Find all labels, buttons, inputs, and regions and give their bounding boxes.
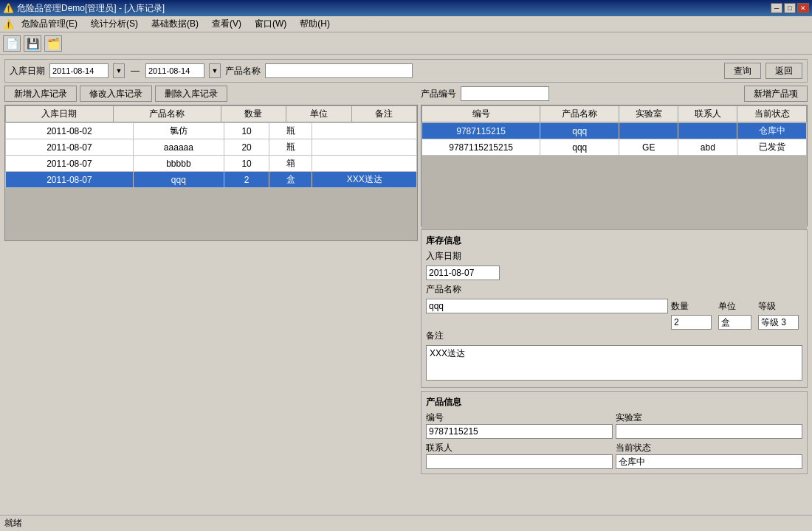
- rcell-status: 已发货: [737, 139, 807, 156]
- cell-qty: 20: [224, 139, 269, 156]
- right-table-scroll[interactable]: 9787115215 qqq 仓库中 9787115215215 qqq GE …: [422, 122, 807, 229]
- date-label: 入库日期: [10, 65, 45, 77]
- col-qty: 数量: [221, 106, 286, 122]
- left-table-scroll[interactable]: 2011-08-02 氯仿 10 瓶 2011-08-07 aaaaaa 20 …: [5, 122, 417, 240]
- cell-date: 2011-08-07: [6, 139, 134, 156]
- left-panel: 新增入库记录 修改入库记录 删除入库记录 入库日期 产品名称 数量 单位 备注: [4, 86, 418, 510]
- cell-name: bbbbb: [133, 156, 224, 172]
- col-date: 入库日期: [6, 106, 114, 122]
- table-row[interactable]: 2011-08-07 qqq 2 盒 XXX送达: [6, 172, 417, 188]
- col-name: 产品名称: [113, 106, 221, 122]
- cell-qty: 10: [224, 156, 269, 172]
- stock-qty-label: 数量: [671, 300, 715, 313]
- status-text: 就绪: [4, 517, 22, 530]
- cell-name: 氯仿: [133, 123, 224, 139]
- date-from-picker-btn[interactable]: ▼: [113, 63, 125, 78]
- cell-date: 2011-08-02: [6, 123, 134, 139]
- stock-name-label: 产品名称: [426, 283, 461, 296]
- rcell-name: qqq: [540, 139, 619, 156]
- left-table: 入库日期 产品名称 数量 单位 备注: [5, 105, 417, 122]
- stock-grade-label: 等级: [758, 300, 802, 313]
- product-name-label: 产品名称: [225, 65, 261, 77]
- product-code-label: 产品编号: [421, 88, 456, 100]
- stock-date-input[interactable]: [426, 266, 500, 280]
- stock-name-input[interactable]: [426, 299, 668, 313]
- app-icon: ⚠️: [3, 19, 14, 30]
- date-dash: —: [129, 66, 141, 76]
- cell-unit: 瓶: [269, 123, 312, 139]
- action-bar: 新增入库记录 修改入库记录 删除入库记录: [4, 86, 418, 102]
- delete-record-button[interactable]: 删除入库记录: [155, 86, 227, 102]
- table-row[interactable]: 2011-08-07 aaaaaa 20 瓶: [6, 139, 417, 156]
- stock-note-label: 备注: [426, 330, 444, 342]
- rcell-code: 9787115215: [422, 123, 540, 139]
- restore-btn[interactable]: □: [784, 3, 796, 13]
- right-table-body: 9787115215 qqq 仓库中 9787115215215 qqq GE …: [422, 122, 807, 156]
- rcol-status: 当前状态: [737, 106, 807, 122]
- cell-qty: 10: [224, 123, 269, 139]
- rcol-name: 产品名称: [540, 106, 619, 122]
- product-code-field-label: 编号: [426, 412, 613, 424]
- back-button[interactable]: 返回: [765, 63, 802, 79]
- content-area: 新增入库记录 修改入库记录 删除入库记录 入库日期 产品名称 数量 单位 备注: [4, 86, 808, 510]
- product-inputs-row2: [426, 454, 802, 469]
- cell-name: qqq: [133, 172, 224, 188]
- menu-item-window[interactable]: 窗口(W): [249, 16, 292, 32]
- product-code-field-input[interactable]: [426, 424, 613, 439]
- toolbar-folder-btn[interactable]: 🗂️: [44, 35, 62, 52]
- toolbar-save-btn[interactable]: 💾: [24, 35, 41, 52]
- rcol-lab: 实验室: [619, 106, 678, 122]
- product-name-input[interactable]: [265, 63, 413, 78]
- close-btn[interactable]: ✕: [797, 3, 809, 13]
- left-table-container: 入库日期 产品名称 数量 单位 备注 2011-08-02 氯仿 10 瓶: [4, 105, 418, 241]
- menu-item-view[interactable]: 查看(V): [206, 16, 247, 32]
- product-info-panel: 产品信息 编号 实验室 联系人 当前状态: [421, 391, 808, 474]
- window-title: 危险品管理Demo[管理员] - [入库记录]: [17, 2, 165, 15]
- minimize-btn[interactable]: ─: [771, 3, 782, 13]
- rcell-contact: [678, 123, 737, 139]
- left-table-body: 2011-08-02 氯仿 10 瓶 2011-08-07 aaaaaa 20 …: [5, 122, 417, 188]
- table-row[interactable]: 2011-08-02 氯仿 10 瓶: [6, 123, 417, 139]
- table-row[interactable]: 2011-08-07 bbbbb 10 箱: [6, 156, 417, 172]
- product-code-input[interactable]: [461, 86, 549, 101]
- product-status-input[interactable]: [616, 454, 802, 469]
- cell-unit: 箱: [269, 156, 312, 172]
- add-product-button[interactable]: 新增产品项: [744, 86, 808, 102]
- rcell-status: 仓库中: [737, 123, 807, 139]
- cell-date: 2011-08-07: [6, 156, 134, 172]
- stock-date-row: 入库日期: [426, 250, 802, 263]
- stock-info-title: 库存信息: [426, 235, 802, 247]
- toolbar-new-btn[interactable]: 📄: [3, 35, 21, 52]
- add-record-button[interactable]: 新增入库记录: [4, 86, 77, 102]
- rcell-name: qqq: [540, 123, 619, 139]
- stock-grade-input[interactable]: [758, 315, 799, 330]
- table-row[interactable]: 9787115215 qqq 仓库中: [422, 123, 807, 139]
- title-bar-text: ⚠️ 危险品管理Demo[管理员] - [入库记录]: [3, 2, 165, 15]
- col-note: 备注: [351, 106, 417, 122]
- rcell-lab: GE: [619, 139, 678, 156]
- stock-unit-label: 单位: [718, 300, 755, 313]
- stock-qty-input[interactable]: [671, 315, 712, 330]
- status-bar: 就绪: [0, 515, 812, 531]
- stock-name-input-row: 数量 单位 等级: [426, 299, 802, 313]
- menu-item-edb[interactable]: 危险品管理(E): [16, 16, 83, 32]
- menu-item-stats[interactable]: 统计分析(S): [85, 16, 144, 32]
- date-to-input[interactable]: [145, 63, 204, 78]
- menu-item-data[interactable]: 基础数据(B): [145, 16, 204, 32]
- product-contact-input[interactable]: [426, 454, 613, 469]
- product-lab-input[interactable]: [616, 424, 802, 439]
- stock-note-textarea[interactable]: [426, 345, 802, 381]
- date-to-picker-btn[interactable]: ▼: [209, 63, 221, 78]
- stock-values-row: [426, 315, 802, 330]
- product-labels-row2: 联系人 当前状态: [426, 442, 802, 454]
- right-panel: 产品编号 新增产品项 编号 产品名称 实验室 联系人 当前状态: [421, 86, 808, 510]
- edit-record-button[interactable]: 修改入库记录: [80, 86, 152, 102]
- cell-note: [312, 123, 417, 139]
- title-icon: ⚠️: [3, 3, 14, 13]
- product-contact-label: 联系人: [426, 442, 613, 454]
- date-from-input[interactable]: [49, 63, 109, 78]
- menu-item-help[interactable]: 帮助(H): [294, 16, 336, 32]
- table-row[interactable]: 9787115215215 qqq GE abd 已发货: [422, 139, 807, 156]
- query-button[interactable]: 查询: [724, 63, 761, 79]
- stock-unit-input[interactable]: [718, 315, 751, 330]
